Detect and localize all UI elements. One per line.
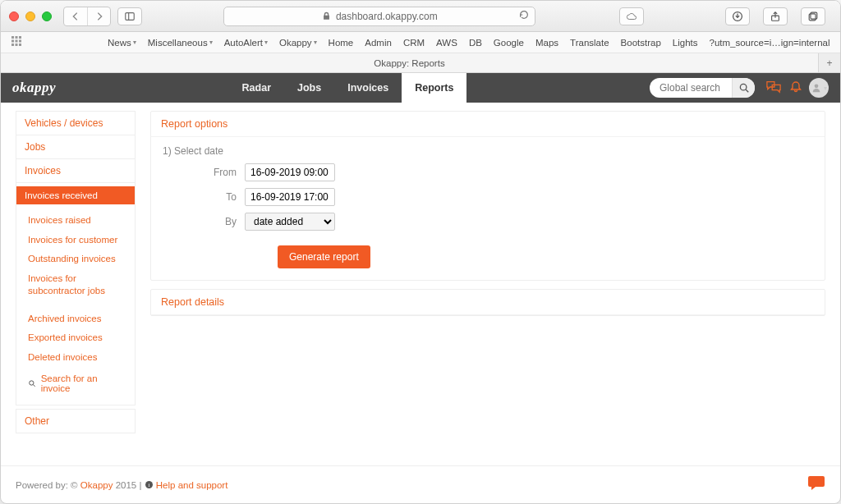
bookmark-item[interactable]: CRM <box>403 38 425 48</box>
bookmarks-bar: News▾Miscellaneous▾AutoAlert▾Okappy▾Home… <box>1 32 840 53</box>
forward-button[interactable] <box>87 7 110 25</box>
logo[interactable]: okappy <box>12 80 56 96</box>
help-link[interactable]: Help and support <box>156 480 228 490</box>
svg-rect-6 <box>11 36 14 39</box>
svg-rect-8 <box>19 36 21 39</box>
window-zoom-button[interactable] <box>42 11 52 21</box>
traffic-lights <box>9 11 52 21</box>
tabs-button[interactable] <box>801 7 825 25</box>
nav-tab-jobs[interactable]: Jobs <box>284 73 334 103</box>
bookmark-item[interactable]: Okappy▾ <box>279 38 317 48</box>
reload-button[interactable] <box>518 9 530 23</box>
nav-tab-reports[interactable]: Reports <box>402 73 466 103</box>
footer: Powered by: © Okappy 2015 | i Help and s… <box>1 465 840 503</box>
sidebar-active-item[interactable]: Invoices received <box>16 186 135 204</box>
from-input[interactable] <box>245 163 335 181</box>
sidebar-item[interactable]: Vehicles / devices <box>16 111 136 135</box>
sidebar-toggle-button[interactable] <box>117 7 142 25</box>
svg-line-16 <box>746 89 748 92</box>
svg-rect-14 <box>19 44 21 46</box>
header-icons <box>766 80 802 96</box>
sidebar-sub-link[interactable]: Invoices for subcontractor jobs <box>16 269 135 301</box>
lock-icon <box>322 11 331 21</box>
generate-report-button[interactable]: Generate report <box>278 245 370 268</box>
sidebar-item-other[interactable]: Other <box>16 409 136 433</box>
bookmark-item[interactable]: AutoAlert▾ <box>224 38 268 48</box>
bookmark-item[interactable]: AWS <box>436 38 457 48</box>
nav-tab-radar[interactable]: Radar <box>229 73 284 103</box>
bookmark-item[interactable]: Home <box>329 38 354 48</box>
address-bar[interactable]: dashboard.okappy.com <box>223 7 535 26</box>
back-button[interactable] <box>64 7 87 25</box>
browser-tab[interactable]: Okappy: Reports <box>1 53 819 72</box>
bookmark-item[interactable]: Google <box>494 38 524 48</box>
svg-rect-9 <box>11 40 14 43</box>
search-icon <box>28 379 37 388</box>
messages-icon[interactable] <box>766 80 781 96</box>
by-label: By <box>163 216 245 227</box>
svg-rect-13 <box>16 44 18 46</box>
report-options-panel: Report options 1) Select date From To By <box>150 111 825 281</box>
sidebar-sub-link[interactable]: Deleted invoices <box>16 348 135 368</box>
sidebar-sub-link[interactable]: Archived invoices <box>16 309 135 329</box>
sidebar-sub-link[interactable]: Outstanding invoices <box>16 250 135 269</box>
global-search-button[interactable] <box>732 78 755 98</box>
panel-title: Report options <box>151 112 825 137</box>
svg-rect-0 <box>126 12 135 20</box>
chevron-down-icon: ▾ <box>209 39 213 46</box>
nav-back-forward <box>63 7 111 26</box>
sidebar-submenu: Invoices received Invoices raisedInvoice… <box>16 182 136 405</box>
download-button[interactable] <box>725 7 750 25</box>
cloud-button[interactable] <box>619 7 644 25</box>
info-icon: i <box>145 480 154 489</box>
tab-strip: Okappy: Reports + <box>1 53 840 73</box>
content-area: Report options 1) Select date From To By <box>150 111 825 465</box>
bookmark-item[interactable]: Translate <box>570 38 609 48</box>
bookmark-item[interactable]: DB <box>469 38 482 48</box>
window-close-button[interactable] <box>9 11 19 21</box>
report-details-panel: Report details <box>150 289 825 316</box>
to-input[interactable] <box>245 188 335 206</box>
url-text: dashboard.okappy.com <box>336 11 438 22</box>
notifications-icon[interactable] <box>789 80 802 96</box>
sidebar-sub-link[interactable]: Invoices for customer <box>16 231 135 250</box>
global-search-input[interactable] <box>650 78 732 98</box>
bookmark-item[interactable]: Lights <box>673 38 698 48</box>
search-invoice-label: Search for an invoice <box>41 373 126 393</box>
bookmark-item[interactable]: Admin <box>365 38 392 48</box>
bookmark-item[interactable]: Miscellaneous▾ <box>148 38 213 48</box>
sidebar: Vehicles / devicesJobsInvoices Invoices … <box>16 111 136 465</box>
sidebar-sub-link[interactable]: Exported invoices <box>16 328 135 348</box>
toolbar-right <box>725 7 832 25</box>
user-menu[interactable]: ▾ <box>809 78 829 98</box>
bookmark-item[interactable]: News▾ <box>108 38 136 48</box>
share-button[interactable] <box>763 7 788 25</box>
chevron-down-icon: ▾ <box>264 39 268 46</box>
main-nav: RadarJobsInvoicesReports <box>229 73 467 103</box>
apps-icon[interactable] <box>11 35 22 49</box>
window-minimize-button[interactable] <box>25 11 35 21</box>
bookmark-item[interactable]: Maps <box>535 38 558 48</box>
bookmark-item[interactable]: Bootstrap <box>621 38 661 48</box>
svg-rect-10 <box>16 40 18 43</box>
from-row: From <box>163 163 813 181</box>
nav-tab-invoices[interactable]: Invoices <box>334 73 402 103</box>
sidebar-sub-link[interactable]: Invoices raised <box>16 211 135 231</box>
step-label: 1) Select date <box>163 145 813 157</box>
by-select[interactable]: date added <box>245 213 335 231</box>
new-tab-button[interactable]: + <box>819 53 840 72</box>
footer-brand-link[interactable]: Okappy <box>80 480 113 490</box>
sidebar-item[interactable]: Invoices <box>16 158 136 183</box>
svg-rect-7 <box>16 36 18 39</box>
to-label: To <box>163 191 245 203</box>
svg-point-15 <box>740 84 747 90</box>
mac-titlebar: dashboard.okappy.com <box>1 1 840 32</box>
bookmark-item[interactable]: ?utm_source=i…ign=internal <box>710 38 830 48</box>
tab-title: Okappy: Reports <box>374 58 444 68</box>
from-label: From <box>163 167 245 178</box>
chevron-down-icon: ▾ <box>133 39 136 46</box>
panel-title: Report details <box>151 290 825 315</box>
sidebar-item[interactable]: Jobs <box>16 135 136 159</box>
chat-bubble-icon[interactable] <box>807 474 825 495</box>
search-invoice-link[interactable]: Search for an invoice <box>16 367 135 398</box>
